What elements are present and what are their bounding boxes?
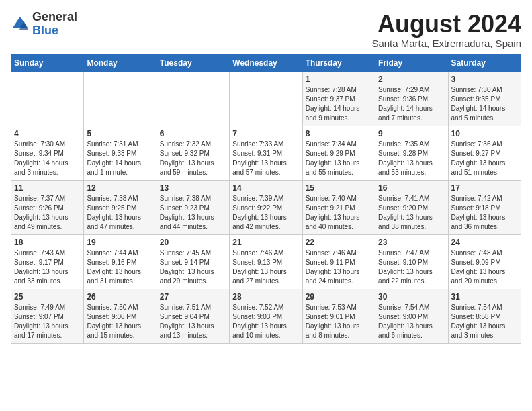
calendar-cell: 13Sunrise: 7:38 AM Sunset: 9:23 PM Dayli…	[157, 180, 229, 234]
day-info: Sunrise: 7:28 AM Sunset: 9:37 PM Dayligh…	[306, 85, 372, 123]
day-number: 22	[306, 238, 372, 247]
day-number: 30	[378, 292, 445, 302]
logo-blue: Blue	[32, 24, 77, 38]
col-saturday: Saturday	[448, 54, 521, 71]
day-number: 24	[451, 238, 518, 247]
day-info: Sunrise: 7:40 AM Sunset: 9:21 PM Dayligh…	[306, 194, 372, 232]
day-number: 18	[14, 238, 81, 247]
day-number: 16	[378, 183, 445, 193]
day-info: Sunrise: 7:31 AM Sunset: 9:33 PM Dayligh…	[87, 140, 153, 177]
day-number: 8	[306, 129, 372, 138]
day-number: 11	[14, 183, 81, 193]
calendar-cell: 22Sunrise: 7:46 AM Sunset: 9:11 PM Dayli…	[302, 234, 375, 289]
day-number: 14	[232, 183, 299, 193]
calendar-week-3: 11Sunrise: 7:37 AM Sunset: 9:26 PM Dayli…	[11, 180, 521, 234]
month-year: August 2024	[371, 11, 521, 38]
calendar-cell: 27Sunrise: 7:51 AM Sunset: 9:04 PM Dayli…	[157, 289, 229, 343]
day-number: 10	[451, 129, 518, 138]
calendar-cell: 29Sunrise: 7:53 AM Sunset: 9:01 PM Dayli…	[302, 289, 375, 343]
day-info: Sunrise: 7:38 AM Sunset: 9:25 PM Dayligh…	[87, 194, 153, 232]
day-info: Sunrise: 7:29 AM Sunset: 9:36 PM Dayligh…	[378, 85, 445, 123]
day-number: 3	[451, 75, 518, 84]
day-info: Sunrise: 7:54 AM Sunset: 8:58 PM Dayligh…	[451, 303, 518, 340]
calendar-cell: 26Sunrise: 7:50 AM Sunset: 9:06 PM Dayli…	[84, 289, 157, 343]
calendar-week-4: 18Sunrise: 7:43 AM Sunset: 9:17 PM Dayli…	[11, 234, 521, 289]
calendar-cell: 17Sunrise: 7:42 AM Sunset: 9:18 PM Dayli…	[448, 180, 521, 234]
day-info: Sunrise: 7:39 AM Sunset: 9:22 PM Dayligh…	[232, 194, 299, 232]
day-info: Sunrise: 7:38 AM Sunset: 9:23 PM Dayligh…	[160, 194, 226, 232]
logo-icon	[11, 15, 30, 34]
day-info: Sunrise: 7:30 AM Sunset: 9:35 PM Dayligh…	[451, 85, 518, 123]
day-info: Sunrise: 7:41 AM Sunset: 9:20 PM Dayligh…	[378, 194, 445, 232]
day-info: Sunrise: 7:53 AM Sunset: 9:01 PM Dayligh…	[306, 303, 372, 340]
day-info: Sunrise: 7:34 AM Sunset: 9:29 PM Dayligh…	[306, 140, 372, 177]
col-sunday: Sunday	[11, 54, 84, 71]
day-number: 28	[232, 292, 299, 302]
day-info: Sunrise: 7:46 AM Sunset: 9:13 PM Dayligh…	[232, 248, 299, 286]
calendar-cell: 2Sunrise: 7:29 AM Sunset: 9:36 PM Daylig…	[375, 71, 448, 126]
calendar-cell: 7Sunrise: 7:33 AM Sunset: 9:31 PM Daylig…	[230, 126, 302, 180]
calendar-cell: 21Sunrise: 7:46 AM Sunset: 9:13 PM Dayli…	[230, 234, 302, 289]
calendar-cell: 31Sunrise: 7:54 AM Sunset: 8:58 PM Dayli…	[448, 289, 521, 343]
calendar-week-5: 25Sunrise: 7:49 AM Sunset: 9:07 PM Dayli…	[11, 289, 521, 343]
day-info: Sunrise: 7:35 AM Sunset: 9:28 PM Dayligh…	[378, 140, 445, 177]
day-number: 2	[378, 75, 445, 84]
calendar-cell	[84, 71, 157, 126]
day-number: 7	[232, 129, 299, 138]
location: Santa Marta, Extremadura, Spain	[371, 38, 521, 49]
day-info: Sunrise: 7:50 AM Sunset: 9:06 PM Dayligh…	[87, 303, 153, 340]
calendar-table: Sunday Monday Tuesday Wednesday Thursday…	[11, 54, 521, 344]
col-tuesday: Tuesday	[157, 54, 229, 71]
calendar-cell: 28Sunrise: 7:52 AM Sunset: 9:03 PM Dayli…	[230, 289, 302, 343]
day-number: 12	[87, 183, 153, 193]
calendar-cell: 24Sunrise: 7:48 AM Sunset: 9:09 PM Dayli…	[448, 234, 521, 289]
day-info: Sunrise: 7:37 AM Sunset: 9:26 PM Dayligh…	[14, 194, 81, 232]
day-number: 9	[378, 129, 445, 138]
day-number: 6	[160, 129, 226, 138]
day-info: Sunrise: 7:51 AM Sunset: 9:04 PM Dayligh…	[160, 303, 226, 340]
calendar-cell: 19Sunrise: 7:44 AM Sunset: 9:16 PM Dayli…	[84, 234, 157, 289]
calendar-body: 1Sunrise: 7:28 AM Sunset: 9:37 PM Daylig…	[11, 71, 521, 343]
calendar-week-1: 1Sunrise: 7:28 AM Sunset: 9:37 PM Daylig…	[11, 71, 521, 126]
title-block: August 2024 Santa Marta, Extremadura, Sp…	[371, 11, 521, 49]
col-wednesday: Wednesday	[230, 54, 302, 71]
day-number: 21	[232, 238, 299, 247]
day-number: 1	[306, 75, 372, 84]
day-info: Sunrise: 7:43 AM Sunset: 9:17 PM Dayligh…	[14, 248, 81, 286]
logo-text: General Blue	[32, 11, 77, 38]
logo-general: General	[32, 11, 77, 24]
header-row: Sunday Monday Tuesday Wednesday Thursday…	[11, 54, 521, 71]
calendar-cell: 25Sunrise: 7:49 AM Sunset: 9:07 PM Dayli…	[11, 289, 84, 343]
day-info: Sunrise: 7:44 AM Sunset: 9:16 PM Dayligh…	[87, 248, 153, 286]
day-info: Sunrise: 7:30 AM Sunset: 9:34 PM Dayligh…	[14, 140, 81, 177]
calendar-cell: 10Sunrise: 7:36 AM Sunset: 9:27 PM Dayli…	[448, 126, 521, 180]
calendar-cell: 15Sunrise: 7:40 AM Sunset: 9:21 PM Dayli…	[302, 180, 375, 234]
day-info: Sunrise: 7:33 AM Sunset: 9:31 PM Dayligh…	[232, 140, 299, 177]
calendar-cell: 18Sunrise: 7:43 AM Sunset: 9:17 PM Dayli…	[11, 234, 84, 289]
calendar-cell: 1Sunrise: 7:28 AM Sunset: 9:37 PM Daylig…	[302, 71, 375, 126]
day-info: Sunrise: 7:46 AM Sunset: 9:11 PM Dayligh…	[306, 248, 372, 286]
day-number: 20	[160, 238, 226, 247]
calendar-cell: 3Sunrise: 7:30 AM Sunset: 9:35 PM Daylig…	[448, 71, 521, 126]
calendar-cell: 30Sunrise: 7:54 AM Sunset: 9:00 PM Dayli…	[375, 289, 448, 343]
day-info: Sunrise: 7:36 AM Sunset: 9:27 PM Dayligh…	[451, 140, 518, 177]
calendar-cell	[230, 71, 302, 126]
calendar-cell: 12Sunrise: 7:38 AM Sunset: 9:25 PM Dayli…	[84, 180, 157, 234]
day-number: 17	[451, 183, 518, 193]
col-friday: Friday	[375, 54, 448, 71]
calendar-cell: 14Sunrise: 7:39 AM Sunset: 9:22 PM Dayli…	[230, 180, 302, 234]
calendar-week-2: 4Sunrise: 7:30 AM Sunset: 9:34 PM Daylig…	[11, 126, 521, 180]
day-info: Sunrise: 7:32 AM Sunset: 9:32 PM Dayligh…	[160, 140, 226, 177]
day-info: Sunrise: 7:52 AM Sunset: 9:03 PM Dayligh…	[232, 303, 299, 340]
calendar-header: Sunday Monday Tuesday Wednesday Thursday…	[11, 54, 521, 71]
calendar-cell: 23Sunrise: 7:47 AM Sunset: 9:10 PM Dayli…	[375, 234, 448, 289]
calendar-cell	[157, 71, 229, 126]
col-monday: Monday	[84, 54, 157, 71]
day-number: 4	[14, 129, 81, 138]
logo: General Blue	[11, 11, 77, 38]
day-number: 31	[451, 292, 518, 302]
calendar-cell: 6Sunrise: 7:32 AM Sunset: 9:32 PM Daylig…	[157, 126, 229, 180]
day-number: 5	[87, 129, 153, 138]
day-info: Sunrise: 7:54 AM Sunset: 9:00 PM Dayligh…	[378, 303, 445, 340]
calendar-cell: 9Sunrise: 7:35 AM Sunset: 9:28 PM Daylig…	[375, 126, 448, 180]
